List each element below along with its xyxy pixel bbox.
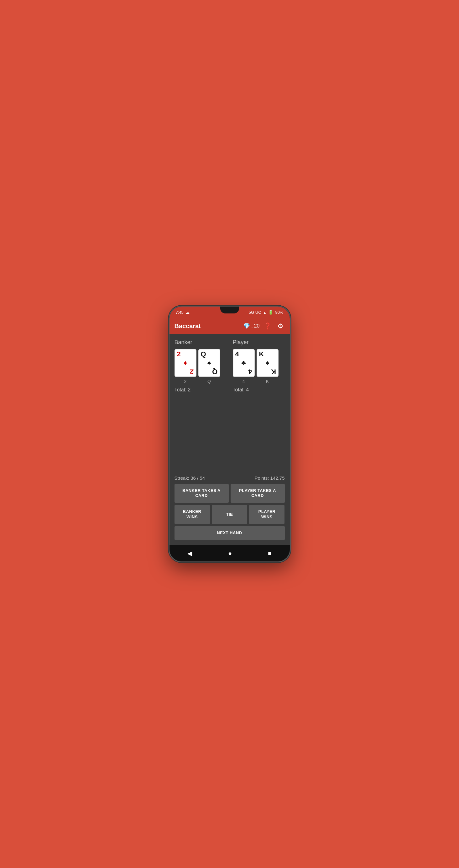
spacer [174, 398, 285, 475]
gem-score: 💎 : 20 [243, 322, 259, 330]
game-area: Banker 2 ♦ 2 Q ♠ Q 2 [174, 339, 285, 393]
banker-wins-button[interactable]: BANKER WINS [174, 505, 210, 524]
player-card-1-label: 4 [233, 379, 255, 384]
banker-card-1-value-top: 2 [177, 351, 194, 358]
settings-button[interactable]: ⚙ [276, 321, 285, 330]
player-card-1-value-top: 4 [235, 351, 252, 358]
app-title: Baccarat [174, 322, 201, 330]
player-hand: Player 4 ♣ 4 K ♠ K 4 [233, 339, 285, 393]
banker-card-2-suit: ♠ [201, 359, 218, 367]
settings-icon: ⚙ [278, 322, 283, 330]
player-cards-row: 4 ♣ 4 K ♠ K [233, 349, 285, 377]
banker-total: Total: 2 [174, 387, 227, 393]
banker-card-1-suit: ♦ [177, 359, 194, 367]
banker-card-labels: 2 Q [174, 379, 227, 384]
network-label: 5G UC [249, 310, 261, 315]
home-nav-button[interactable]: ● [228, 550, 232, 557]
status-bar-left: 7:45 [176, 310, 190, 315]
cloud-icon [185, 310, 190, 315]
banker-card-1: 2 ♦ 2 [174, 349, 196, 377]
player-total: Total: 4 [233, 387, 285, 393]
back-nav-button[interactable]: ◀ [188, 550, 192, 557]
gem-icon: 💎 [243, 322, 250, 330]
help-icon: ❓ [264, 322, 271, 330]
gem-value: 20 [254, 323, 260, 329]
player-card-1-suit: ♣ [235, 359, 252, 367]
banker-label: Banker [174, 339, 227, 346]
banker-card-2: Q ♠ Q [198, 349, 220, 377]
next-hand-button[interactable]: NEXT HAND [174, 526, 285, 540]
action-buttons: BANKER TAKES A CARD PLAYER TAKES A CARD … [174, 484, 285, 540]
player-card-2-value-bottom: K [271, 368, 276, 375]
banker-card-1-value-bottom: 2 [190, 368, 194, 375]
nav-bar: ◀ ● ■ [170, 545, 290, 561]
banker-card-2-value-bottom: Q [212, 368, 218, 375]
banker-takes-card-button[interactable]: BANKER TAKES A CARD [174, 484, 229, 503]
win-row: BANKER WINS TIE PLAYER WINS [174, 505, 285, 524]
help-button[interactable]: ❓ [263, 321, 272, 330]
time-display: 7:45 [176, 310, 183, 315]
notch [220, 307, 239, 313]
next-hand-row: NEXT HAND [174, 526, 285, 540]
player-takes-card-button[interactable]: PLAYER TAKES A CARD [231, 484, 285, 503]
player-card-1: 4 ♣ 4 [233, 349, 255, 377]
player-card-2-suit: ♠ [259, 359, 276, 367]
banker-cards-row: 2 ♦ 2 Q ♠ Q [174, 349, 227, 377]
battery-level: 90% [275, 310, 283, 315]
player-wins-button[interactable]: PLAYER WINS [249, 505, 285, 524]
banker-card-2-label: Q [198, 379, 220, 384]
stats-row: Streak: 36 / 54 Points: 142.75 [174, 475, 285, 480]
player-card-2-value-top: K [259, 351, 276, 358]
player-label: Player [233, 339, 285, 346]
banker-hand: Banker 2 ♦ 2 Q ♠ Q 2 [174, 339, 227, 393]
player-card-1-value-bottom: 4 [248, 368, 252, 375]
banker-card-2-value-top: Q [201, 351, 218, 358]
colon-label: : [251, 323, 253, 329]
main-content: Banker 2 ♦ 2 Q ♠ Q 2 [170, 334, 290, 545]
phone-frame: 7:45 5G UC 🔋 90% Baccarat 💎 : 20 ❓ ⚙ [169, 306, 291, 562]
take-card-row: BANKER TAKES A CARD PLAYER TAKES A CARD [174, 484, 285, 503]
player-card-2-label: K [257, 379, 279, 384]
status-bar: 7:45 5G UC 🔋 90% [170, 307, 290, 318]
points-stat: Points: 142.75 [255, 475, 285, 480]
battery-icon: 🔋 [268, 310, 273, 315]
player-card-labels: 4 K [233, 379, 285, 384]
app-bar: Baccarat 💎 : 20 ❓ ⚙ [170, 318, 290, 334]
app-bar-right: 💎 : 20 ❓ ⚙ [243, 321, 285, 330]
recent-nav-button[interactable]: ■ [268, 550, 271, 557]
status-bar-right: 5G UC 🔋 90% [249, 310, 284, 315]
tie-button[interactable]: TIE [212, 505, 247, 524]
streak-stat: Streak: 36 / 54 [174, 475, 205, 480]
banker-card-1-label: 2 [174, 379, 196, 384]
player-card-2: K ♠ K [257, 349, 279, 377]
signal-icon [263, 310, 267, 315]
